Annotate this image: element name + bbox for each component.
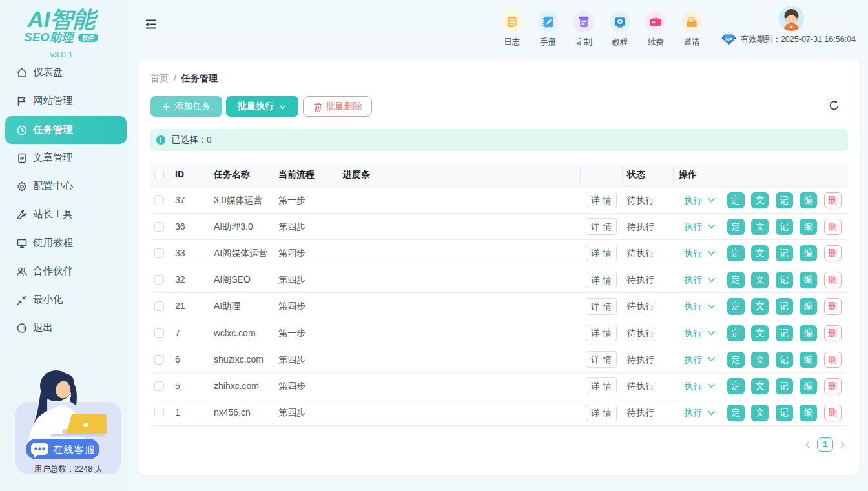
svg-text:w: w [20,155,25,161]
svg-text:用户总数：2248 人: 用户总数：2248 人 [34,465,103,474]
svg-text:VIP: VIP [725,37,733,42]
svg-text:在线客服: 在线客服 [53,444,96,455]
